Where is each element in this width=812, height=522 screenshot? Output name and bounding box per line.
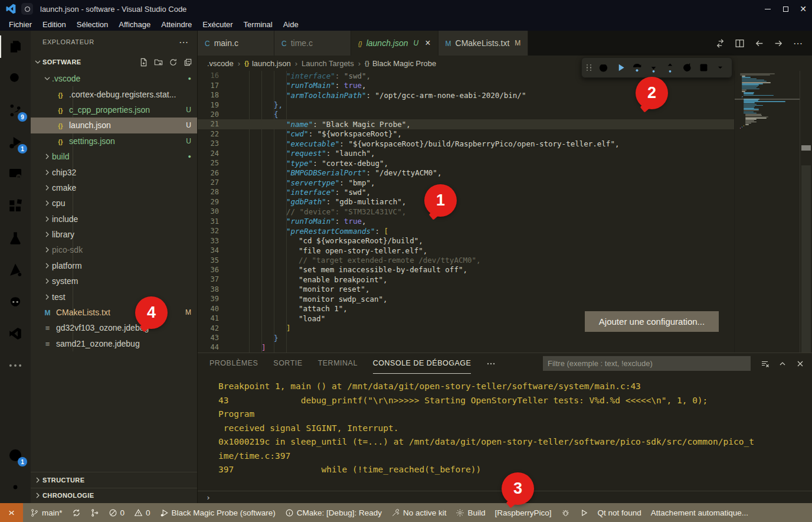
status-qt[interactable]: Qt not found bbox=[593, 503, 646, 522]
tree-item-c-cpp-properties-json[interactable]: {}c_cpp_properties.jsonU bbox=[31, 102, 197, 118]
tree-item-include[interactable]: include bbox=[31, 211, 197, 227]
activitybar-extensions[interactable] bbox=[0, 190, 31, 222]
line-number: 33 bbox=[198, 237, 228, 245]
status-build[interactable]: Build bbox=[451, 503, 490, 522]
panel-tab-sortie[interactable]: SORTIE bbox=[273, 353, 302, 374]
debug-step-out-button[interactable] bbox=[663, 60, 678, 76]
menu-fichier[interactable]: Fichier bbox=[4, 18, 37, 31]
activitybar-cmake[interactable] bbox=[0, 254, 31, 286]
code-line-43: 43} bbox=[198, 333, 734, 342]
status-errors[interactable]: 0 bbox=[104, 503, 130, 522]
status-debug-icon[interactable] bbox=[556, 503, 575, 522]
tree-item-cmake[interactable]: cmake bbox=[31, 180, 197, 195]
status-graph[interactable] bbox=[86, 503, 104, 522]
editor-more-actions-icon[interactable]: ⋯ bbox=[793, 38, 803, 49]
debug-console-output[interactable]: Breakpoint 1, main () at /mnt/data/git/o… bbox=[198, 374, 812, 491]
status-remote[interactable] bbox=[0, 503, 23, 522]
panel-more-tabs-icon[interactable] bbox=[486, 359, 496, 368]
breadcrumb-item[interactable]: {}launch.json bbox=[244, 59, 291, 68]
activitybar-settings[interactable] bbox=[0, 471, 31, 503]
activitybar-source-control[interactable]: 9 bbox=[0, 94, 31, 126]
add-configuration-button[interactable]: Ajouter une configuration... bbox=[585, 311, 719, 332]
menu-atteindre[interactable]: Atteindre bbox=[156, 18, 197, 31]
debug-console-filter-input[interactable] bbox=[543, 356, 751, 371]
tab-close-icon[interactable]: × bbox=[425, 38, 430, 48]
breadcrumb-item[interactable]: {}Black Magic Probe bbox=[365, 59, 436, 68]
status-warnings[interactable]: 0 bbox=[129, 503, 155, 522]
tree-item-test[interactable]: test bbox=[31, 289, 197, 304]
tree-item-chip32[interactable]: chip32 bbox=[31, 164, 197, 180]
status-sync[interactable] bbox=[67, 503, 86, 522]
tree-item-launch-json[interactable]: {}launch.jsonU bbox=[31, 118, 197, 133]
section-structure[interactable]: STRUCTURE bbox=[31, 472, 197, 488]
minimap[interactable] bbox=[734, 71, 800, 353]
panel-tab-probl-mes[interactable]: PROBLÈMES bbox=[209, 353, 258, 374]
debug-power-button[interactable] bbox=[595, 60, 611, 76]
tree-item--vscode[interactable]: .vscode● bbox=[31, 71, 197, 86]
close-button[interactable]: ✕ bbox=[794, 0, 812, 18]
maximize-button[interactable] bbox=[777, 0, 794, 18]
tree-item-cpu[interactable]: cpu bbox=[31, 195, 197, 211]
collapse-panel-icon[interactable] bbox=[778, 359, 787, 368]
activitybar-platformio[interactable] bbox=[0, 286, 31, 318]
tree-item-settings-json[interactable]: {}settings.jsonU bbox=[31, 133, 197, 149]
tree-item-pico-sdk[interactable]: pico-sdk bbox=[31, 242, 197, 257]
sidebar-more-icon[interactable]: ⋯ bbox=[179, 37, 189, 48]
section-chronologie[interactable]: CHRONOLOGIE bbox=[31, 488, 197, 504]
tab-cmakelists-txt[interactable]: M CMakeLists.txt M bbox=[438, 31, 529, 56]
menu-affichage[interactable]: Affichage bbox=[113, 18, 156, 31]
breadcrumb-item[interactable]: Launch Targets bbox=[302, 59, 354, 68]
editor-scrollbar[interactable] bbox=[800, 71, 812, 353]
close-panel-icon[interactable] bbox=[795, 359, 805, 368]
status-cmake-status[interactable]: CMake: [Debug]: Ready bbox=[280, 503, 387, 522]
menu-edition[interactable]: Edition bbox=[37, 18, 71, 31]
status-launch[interactable] bbox=[575, 503, 593, 522]
status-debug-target[interactable]: Black Magic Probe (software) bbox=[155, 503, 280, 522]
activitybar-more[interactable] bbox=[0, 350, 31, 381]
explorer-sidebar: EXPLORATEUR ⋯ SOFTWARE .vscode●{}.cortex… bbox=[31, 31, 198, 503]
activitybar-run-and-debug[interactable]: 1 bbox=[0, 126, 31, 158]
debug-continue-button[interactable] bbox=[613, 60, 628, 76]
activitybar-testing[interactable] bbox=[0, 222, 31, 254]
tree-item-system[interactable]: system bbox=[31, 273, 197, 289]
status-branch[interactable]: main* bbox=[25, 503, 67, 522]
workspace-section-header[interactable]: SOFTWARE bbox=[31, 53, 197, 71]
breadcrumb-item[interactable]: .vscode bbox=[207, 59, 234, 68]
tree-item-platform[interactable]: platform bbox=[31, 258, 197, 273]
menu-exécuter[interactable]: Exécuter bbox=[197, 18, 238, 31]
tab-time-c[interactable]: C time.c bbox=[274, 31, 351, 56]
panel-tab-console-de-d-bogage[interactable]: CONSOLE DE DÉBOGAGE bbox=[373, 353, 471, 374]
tree-item-build[interactable]: build● bbox=[31, 149, 197, 164]
code-editor[interactable]: 16"interface": "swd",17"runToMain": true… bbox=[198, 71, 812, 353]
debug-step-into-button[interactable] bbox=[646, 60, 661, 76]
panel-tab-terminal[interactable]: TERMINAL bbox=[318, 353, 358, 374]
activitybar-visual-studio[interactable] bbox=[0, 318, 31, 350]
activitybar-accounts[interactable]: 1 bbox=[0, 439, 31, 471]
activitybar-remote-explorer[interactable] bbox=[0, 158, 31, 190]
status-label: No active kit bbox=[403, 508, 447, 517]
tree-item-samd21-ozone-jdebug[interactable]: ≡samd21_ozone.jdebug bbox=[31, 336, 197, 351]
status-label: main* bbox=[42, 508, 63, 517]
activitybar-search[interactable] bbox=[0, 63, 31, 94]
status-kit[interactable]: No active kit bbox=[387, 503, 451, 522]
activitybar-explorer[interactable] bbox=[0, 31, 31, 63]
toolbar-drag-handle[interactable] bbox=[585, 63, 593, 73]
status-variant[interactable]: [RaspberryPico] bbox=[490, 503, 556, 522]
debug-stop-button[interactable] bbox=[696, 60, 711, 76]
debug-chevron-down-button[interactable] bbox=[713, 60, 728, 76]
menu-terminal[interactable]: Terminal bbox=[238, 18, 278, 31]
tree-item-cmakelists-txt[interactable]: MCMakeLists.txtM bbox=[31, 305, 197, 320]
json-file-icon: {} bbox=[55, 105, 66, 115]
clear-filter-icon[interactable] bbox=[760, 359, 770, 368]
tab-launch-json[interactable]: {} launch.json U × bbox=[351, 31, 438, 56]
debug-step-over-button[interactable] bbox=[629, 60, 644, 76]
menu-aide[interactable]: Aide bbox=[278, 18, 304, 31]
minimize-button[interactable] bbox=[759, 0, 777, 18]
debug-restart-button[interactable] bbox=[679, 60, 695, 76]
tab-main-c[interactable]: C main.c bbox=[198, 31, 274, 56]
tree-item--cortex-debug-registers-stat-[interactable]: {}.cortex-debug.registers.stat... bbox=[31, 86, 197, 102]
status-auto-attach[interactable]: Attachement automatique... bbox=[646, 503, 753, 522]
menu-sélection[interactable]: Sélection bbox=[71, 18, 113, 31]
tree-item-library[interactable]: library bbox=[31, 227, 197, 242]
tree-item-gd32vf103-ozone-jdebug[interactable]: ≡gd32vf103_ozone.jdebug bbox=[31, 320, 197, 335]
